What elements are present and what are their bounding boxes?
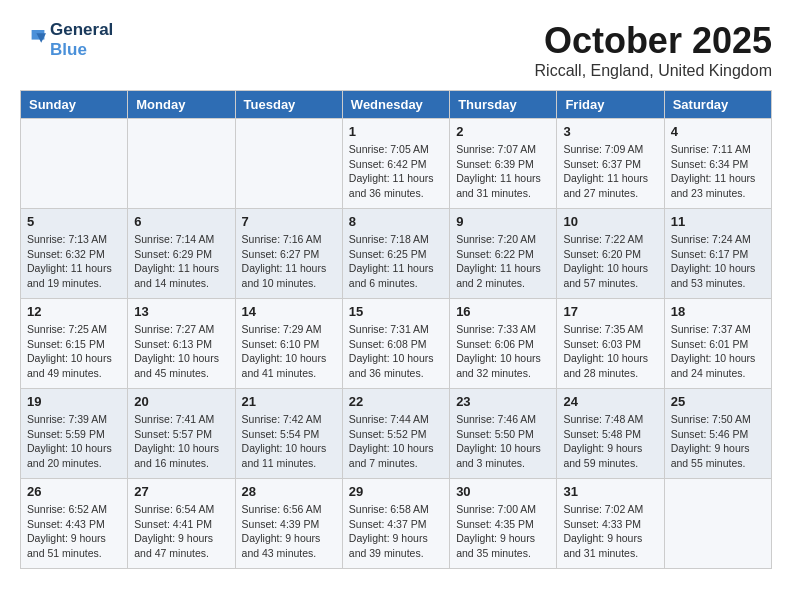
day-number: 31 [563,484,657,499]
day-info: Sunrise: 7:11 AM Sunset: 6:34 PM Dayligh… [671,142,765,201]
day-number: 17 [563,304,657,319]
day-number: 12 [27,304,121,319]
day-number: 20 [134,394,228,409]
calendar-cell: 27Sunrise: 6:54 AM Sunset: 4:41 PM Dayli… [128,479,235,569]
calendar-cell: 9Sunrise: 7:20 AM Sunset: 6:22 PM Daylig… [450,209,557,299]
day-info: Sunrise: 7:33 AM Sunset: 6:06 PM Dayligh… [456,322,550,381]
day-info: Sunrise: 7:41 AM Sunset: 5:57 PM Dayligh… [134,412,228,471]
calendar-week-row: 1Sunrise: 7:05 AM Sunset: 6:42 PM Daylig… [21,119,772,209]
weekday-header: Saturday [664,91,771,119]
calendar-week-row: 5Sunrise: 7:13 AM Sunset: 6:32 PM Daylig… [21,209,772,299]
day-info: Sunrise: 7:24 AM Sunset: 6:17 PM Dayligh… [671,232,765,291]
calendar-cell: 24Sunrise: 7:48 AM Sunset: 5:48 PM Dayli… [557,389,664,479]
day-info: Sunrise: 7:50 AM Sunset: 5:46 PM Dayligh… [671,412,765,471]
day-info: Sunrise: 7:05 AM Sunset: 6:42 PM Dayligh… [349,142,443,201]
day-info: Sunrise: 7:35 AM Sunset: 6:03 PM Dayligh… [563,322,657,381]
day-info: Sunrise: 6:58 AM Sunset: 4:37 PM Dayligh… [349,502,443,561]
location-title: Riccall, England, United Kingdom [535,62,772,80]
calendar-cell: 18Sunrise: 7:37 AM Sunset: 6:01 PM Dayli… [664,299,771,389]
calendar-cell: 3Sunrise: 7:09 AM Sunset: 6:37 PM Daylig… [557,119,664,209]
calendar-cell: 10Sunrise: 7:22 AM Sunset: 6:20 PM Dayli… [557,209,664,299]
calendar-cell [664,479,771,569]
calendar-cell: 22Sunrise: 7:44 AM Sunset: 5:52 PM Dayli… [342,389,449,479]
calendar-cell: 6Sunrise: 7:14 AM Sunset: 6:29 PM Daylig… [128,209,235,299]
calendar-cell: 26Sunrise: 6:52 AM Sunset: 4:43 PM Dayli… [21,479,128,569]
logo-icon [22,26,46,50]
day-info: Sunrise: 7:07 AM Sunset: 6:39 PM Dayligh… [456,142,550,201]
calendar-cell [235,119,342,209]
day-number: 3 [563,124,657,139]
day-info: Sunrise: 6:52 AM Sunset: 4:43 PM Dayligh… [27,502,121,561]
calendar-cell: 31Sunrise: 7:02 AM Sunset: 4:33 PM Dayli… [557,479,664,569]
day-number: 22 [349,394,443,409]
page-header: General Blue October 2025 Riccall, Engla… [20,20,772,80]
day-info: Sunrise: 7:00 AM Sunset: 4:35 PM Dayligh… [456,502,550,561]
calendar-cell: 20Sunrise: 7:41 AM Sunset: 5:57 PM Dayli… [128,389,235,479]
day-info: Sunrise: 7:20 AM Sunset: 6:22 PM Dayligh… [456,232,550,291]
calendar-cell: 16Sunrise: 7:33 AM Sunset: 6:06 PM Dayli… [450,299,557,389]
calendar-week-row: 26Sunrise: 6:52 AM Sunset: 4:43 PM Dayli… [21,479,772,569]
day-number: 9 [456,214,550,229]
day-number: 6 [134,214,228,229]
day-info: Sunrise: 7:25 AM Sunset: 6:15 PM Dayligh… [27,322,121,381]
day-number: 15 [349,304,443,319]
day-number: 25 [671,394,765,409]
weekday-header: Tuesday [235,91,342,119]
calendar-cell [128,119,235,209]
day-info: Sunrise: 7:14 AM Sunset: 6:29 PM Dayligh… [134,232,228,291]
day-number: 29 [349,484,443,499]
day-info: Sunrise: 7:48 AM Sunset: 5:48 PM Dayligh… [563,412,657,471]
calendar-cell: 5Sunrise: 7:13 AM Sunset: 6:32 PM Daylig… [21,209,128,299]
logo: General Blue [20,20,113,59]
calendar-cell: 25Sunrise: 7:50 AM Sunset: 5:46 PM Dayli… [664,389,771,479]
day-number: 30 [456,484,550,499]
calendar-cell: 13Sunrise: 7:27 AM Sunset: 6:13 PM Dayli… [128,299,235,389]
day-number: 2 [456,124,550,139]
weekday-header: Wednesday [342,91,449,119]
day-info: Sunrise: 6:56 AM Sunset: 4:39 PM Dayligh… [242,502,336,561]
calendar-cell: 8Sunrise: 7:18 AM Sunset: 6:25 PM Daylig… [342,209,449,299]
header-row: SundayMondayTuesdayWednesdayThursdayFrid… [21,91,772,119]
day-number: 1 [349,124,443,139]
day-info: Sunrise: 7:46 AM Sunset: 5:50 PM Dayligh… [456,412,550,471]
day-number: 16 [456,304,550,319]
day-number: 13 [134,304,228,319]
calendar-cell: 14Sunrise: 7:29 AM Sunset: 6:10 PM Dayli… [235,299,342,389]
day-number: 10 [563,214,657,229]
weekday-header: Thursday [450,91,557,119]
calendar-table: SundayMondayTuesdayWednesdayThursdayFrid… [20,90,772,569]
calendar-cell: 30Sunrise: 7:00 AM Sunset: 4:35 PM Dayli… [450,479,557,569]
day-info: Sunrise: 7:02 AM Sunset: 4:33 PM Dayligh… [563,502,657,561]
calendar-header: SundayMondayTuesdayWednesdayThursdayFrid… [21,91,772,119]
day-info: Sunrise: 7:39 AM Sunset: 5:59 PM Dayligh… [27,412,121,471]
calendar-cell: 28Sunrise: 6:56 AM Sunset: 4:39 PM Dayli… [235,479,342,569]
day-info: Sunrise: 7:13 AM Sunset: 6:32 PM Dayligh… [27,232,121,291]
day-number: 28 [242,484,336,499]
calendar-week-row: 12Sunrise: 7:25 AM Sunset: 6:15 PM Dayli… [21,299,772,389]
calendar-cell: 11Sunrise: 7:24 AM Sunset: 6:17 PM Dayli… [664,209,771,299]
calendar-cell: 19Sunrise: 7:39 AM Sunset: 5:59 PM Dayli… [21,389,128,479]
day-info: Sunrise: 7:37 AM Sunset: 6:01 PM Dayligh… [671,322,765,381]
calendar-cell: 1Sunrise: 7:05 AM Sunset: 6:42 PM Daylig… [342,119,449,209]
day-info: Sunrise: 7:29 AM Sunset: 6:10 PM Dayligh… [242,322,336,381]
day-info: Sunrise: 7:27 AM Sunset: 6:13 PM Dayligh… [134,322,228,381]
calendar-body: 1Sunrise: 7:05 AM Sunset: 6:42 PM Daylig… [21,119,772,569]
calendar-cell: 12Sunrise: 7:25 AM Sunset: 6:15 PM Dayli… [21,299,128,389]
calendar-cell: 21Sunrise: 7:42 AM Sunset: 5:54 PM Dayli… [235,389,342,479]
calendar-cell: 15Sunrise: 7:31 AM Sunset: 6:08 PM Dayli… [342,299,449,389]
day-number: 23 [456,394,550,409]
day-number: 14 [242,304,336,319]
calendar-cell: 17Sunrise: 7:35 AM Sunset: 6:03 PM Dayli… [557,299,664,389]
weekday-header: Sunday [21,91,128,119]
day-info: Sunrise: 7:22 AM Sunset: 6:20 PM Dayligh… [563,232,657,291]
calendar-cell: 23Sunrise: 7:46 AM Sunset: 5:50 PM Dayli… [450,389,557,479]
day-number: 27 [134,484,228,499]
calendar-cell [21,119,128,209]
calendar-cell: 2Sunrise: 7:07 AM Sunset: 6:39 PM Daylig… [450,119,557,209]
day-number: 24 [563,394,657,409]
calendar-cell: 7Sunrise: 7:16 AM Sunset: 6:27 PM Daylig… [235,209,342,299]
weekday-header: Monday [128,91,235,119]
day-info: Sunrise: 7:31 AM Sunset: 6:08 PM Dayligh… [349,322,443,381]
day-number: 11 [671,214,765,229]
month-title: October 2025 [535,20,772,62]
